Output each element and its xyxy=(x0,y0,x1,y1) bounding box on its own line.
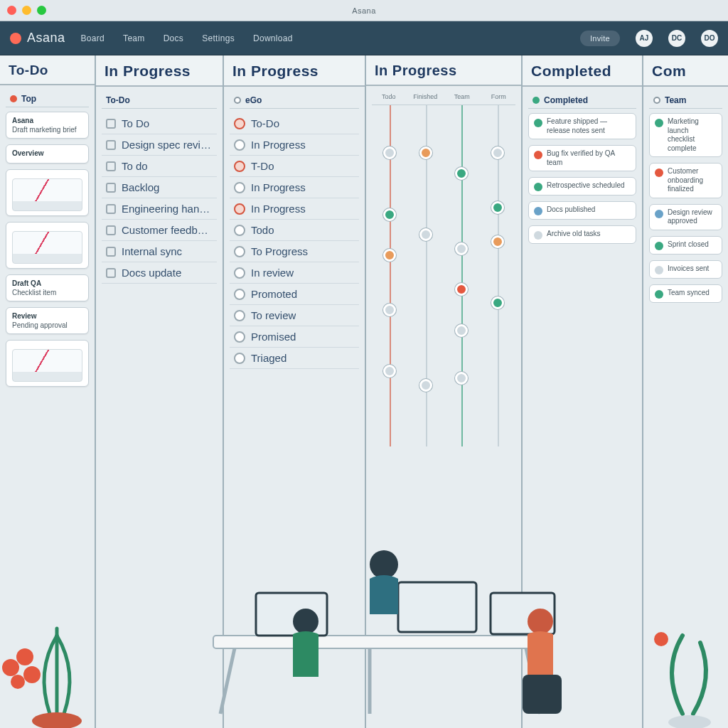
timeline-node[interactable] xyxy=(383,249,396,262)
task-row[interactable]: Customer feedback xyxy=(102,220,217,241)
column-header[interactable]: Com xyxy=(643,55,728,87)
column-header[interactable]: To-Do xyxy=(0,55,95,85)
checkbox-icon[interactable] xyxy=(106,183,116,193)
task-card[interactable]: Retrospective scheduled xyxy=(528,177,636,196)
timeline-node[interactable] xyxy=(455,324,468,337)
status-chip-icon[interactable] xyxy=(234,267,245,279)
checkbox-icon[interactable] xyxy=(106,268,116,278)
column-header[interactable]: Completed xyxy=(523,55,642,87)
checkbox-icon[interactable] xyxy=(106,119,116,129)
section-label[interactable]: To-Do xyxy=(102,92,217,109)
status-chip-icon[interactable] xyxy=(234,289,245,300)
column-header[interactable]: In Progress xyxy=(96,55,223,87)
status-chip-icon[interactable] xyxy=(234,161,245,172)
task-row[interactable]: Triaged xyxy=(230,348,359,369)
brand[interactable]: Asana xyxy=(10,31,65,46)
status-chip-icon[interactable] xyxy=(234,246,245,257)
task-row[interactable]: T-Do xyxy=(230,156,359,177)
task-card[interactable]: Customer onboarding finalized xyxy=(649,163,722,198)
task-card[interactable]: Design review approved xyxy=(649,204,722,230)
status-chip-icon[interactable] xyxy=(234,353,245,364)
task-row[interactable]: In Progress xyxy=(230,177,359,198)
section-label[interactable]: eGo xyxy=(230,92,359,109)
task-row[interactable]: In Progress xyxy=(230,134,359,156)
timeline-node[interactable] xyxy=(455,167,468,180)
checkbox-icon[interactable] xyxy=(106,204,116,214)
timeline-node[interactable] xyxy=(491,235,504,248)
task-card[interactable]: Sprint closed xyxy=(649,236,722,255)
nav-item-settings[interactable]: Settings xyxy=(202,33,235,43)
status-chip-icon[interactable] xyxy=(234,310,245,321)
status-chip-icon[interactable] xyxy=(234,182,245,193)
checkbox-icon[interactable] xyxy=(106,140,116,150)
status-chip-icon[interactable] xyxy=(234,225,245,236)
task-row[interactable]: To review xyxy=(230,305,359,326)
task-row[interactable]: Internal sync xyxy=(102,241,217,262)
task-row[interactable]: To do xyxy=(102,156,217,177)
status-chip-icon[interactable] xyxy=(234,203,245,215)
task-row[interactable]: Backlog xyxy=(102,177,217,198)
section-label[interactable]: Top xyxy=(6,91,89,107)
checkbox-icon[interactable] xyxy=(106,247,116,257)
avatar[interactable]: DO xyxy=(701,30,718,47)
task-card[interactable]: Feature shipped — release notes sent xyxy=(528,113,636,139)
task-card[interactable]: Team synced xyxy=(649,284,722,303)
task-card[interactable]: Review Pending approval xyxy=(6,307,89,334)
task-card[interactable]: Docs published xyxy=(528,201,636,220)
task-card[interactable] xyxy=(6,340,89,387)
timeline-node[interactable] xyxy=(455,242,468,255)
timeline-node[interactable] xyxy=(491,201,504,214)
task-card[interactable]: Overview xyxy=(6,144,89,164)
checkbox-icon[interactable] xyxy=(106,161,116,171)
status-chip-icon[interactable] xyxy=(234,331,245,343)
traffic-light-minimize[interactable] xyxy=(22,6,31,15)
task-row[interactable]: To-Do xyxy=(230,113,359,134)
timeline-node[interactable] xyxy=(455,283,468,296)
status-chip-icon[interactable] xyxy=(234,139,245,151)
timeline-node[interactable] xyxy=(383,146,396,159)
traffic-light-zoom[interactable] xyxy=(37,6,46,15)
task-card[interactable]: Bug fix verified by QA team xyxy=(528,145,636,171)
section-label[interactable]: Team xyxy=(649,92,722,109)
task-row[interactable]: Docs update xyxy=(102,262,217,284)
task-row[interactable]: In review xyxy=(230,262,359,284)
task-card[interactable]: Archive old tasks xyxy=(528,225,636,244)
avatar[interactable]: DC xyxy=(668,30,685,47)
timeline-node[interactable] xyxy=(383,365,396,378)
column-timeline: In Progress Todo Finished Team Form xyxy=(366,55,523,728)
timeline-node[interactable] xyxy=(455,372,468,385)
nav-item-team[interactable]: Team xyxy=(123,33,145,43)
timeline-node[interactable] xyxy=(419,379,432,392)
nav-item-download[interactable]: Download xyxy=(253,33,293,43)
checkbox-icon[interactable] xyxy=(106,225,116,235)
task-row[interactable]: To Do xyxy=(102,113,217,134)
timeline-node[interactable] xyxy=(491,296,504,309)
column-header[interactable]: In Progress xyxy=(366,55,521,86)
task-card[interactable]: Marketing launch checklist complete xyxy=(649,113,722,157)
task-row[interactable]: To Progress xyxy=(230,241,359,262)
task-card[interactable]: Draft QA Checklist item xyxy=(6,274,89,301)
status-chip-icon[interactable] xyxy=(234,118,245,129)
timeline-node[interactable] xyxy=(491,146,504,159)
task-row[interactable]: Engineering handoff xyxy=(102,198,217,220)
timeline-node[interactable] xyxy=(419,146,432,159)
nav-item-board[interactable]: Board xyxy=(81,33,105,43)
task-card[interactable] xyxy=(6,222,89,269)
task-row[interactable]: Promoted xyxy=(230,284,359,305)
task-row[interactable]: Design spec review xyxy=(102,134,217,156)
task-row[interactable]: In Progress xyxy=(230,198,359,220)
traffic-light-close[interactable] xyxy=(7,6,16,15)
avatar[interactable]: AJ xyxy=(636,30,653,47)
timeline-node[interactable] xyxy=(383,208,396,221)
task-row[interactable]: Todo xyxy=(230,220,359,241)
task-card[interactable] xyxy=(6,169,89,216)
invite-button[interactable]: Invite xyxy=(580,31,620,46)
section-label[interactable]: Completed xyxy=(528,92,636,109)
timeline-node[interactable] xyxy=(383,304,396,316)
timeline-node[interactable] xyxy=(419,228,432,241)
task-card[interactable]: Asana Draft marketing brief xyxy=(6,112,89,139)
column-header[interactable]: In Progress xyxy=(224,55,365,87)
task-card[interactable]: Invoices sent xyxy=(649,260,722,279)
nav-item-docs[interactable]: Docs xyxy=(164,33,184,43)
task-row[interactable]: Promised xyxy=(230,326,359,348)
